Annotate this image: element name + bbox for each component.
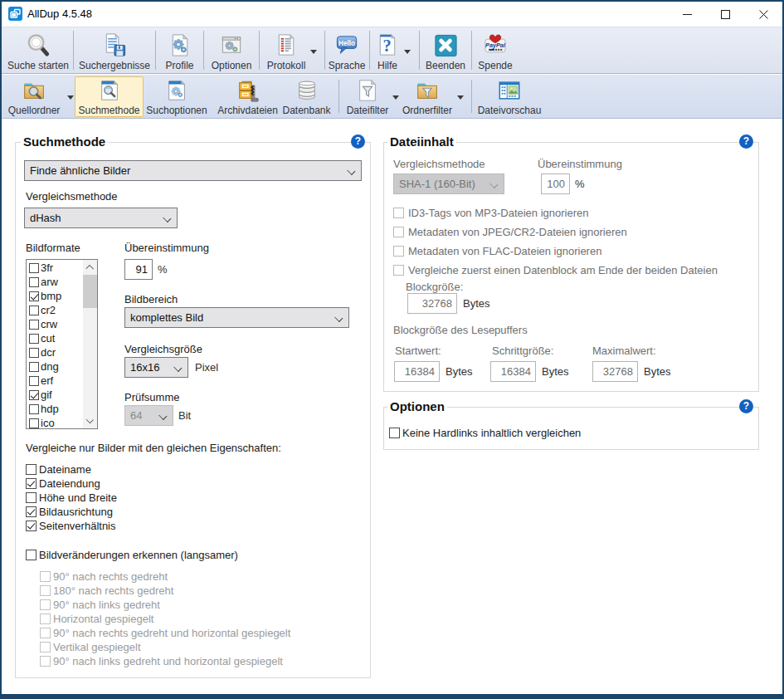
scroll-up-button[interactable] (83, 260, 97, 274)
chevron-down-icon (163, 215, 170, 222)
property-checkbox[interactable] (26, 521, 37, 531)
format-checkbox[interactable] (29, 263, 39, 273)
format-checkbox[interactable] (29, 277, 39, 287)
property-checkbox[interactable] (26, 506, 37, 517)
transform-option-checkbox (40, 585, 51, 596)
svg-text:?: ? (382, 37, 391, 55)
percent-suffix-label: % (158, 263, 168, 276)
minimize-icon (683, 10, 692, 19)
profiles-button[interactable]: Profile (156, 29, 203, 71)
help-button[interactable]: ? Hilfe (370, 29, 405, 71)
maximize-button[interactable] (706, 2, 744, 27)
match-percent-input[interactable]: 91 (124, 259, 153, 280)
options-help-icon[interactable]: ? (739, 399, 753, 413)
folder-filter-button[interactable]: Ordnerfilter (403, 76, 451, 116)
match-label: Übereinstimmung (124, 242, 209, 254)
search-results-button[interactable]: Suchergebnisse (75, 29, 154, 71)
search-options-button[interactable]: Suchoptionen (144, 76, 210, 116)
buffer-label: Blockgröße des Lesepuffers (393, 324, 528, 336)
content-area: Suchmethode ? Finde ähnliche Bilder Verg… (2, 119, 782, 694)
svg-text:Hello: Hello (338, 40, 355, 47)
format-item[interactable]: 3fr (27, 261, 61, 275)
start-bytes-label: Bytes (446, 365, 473, 378)
scroll-up-icon (87, 266, 93, 271)
transform-option-row: Horizontal gespiegelt (40, 612, 153, 625)
property-row[interactable]: Bildausrichtung (26, 505, 113, 518)
format-item[interactable]: crw (27, 317, 61, 331)
format-checkbox[interactable] (29, 320, 39, 330)
close-button[interactable] (744, 2, 782, 27)
format-item[interactable]: gif (27, 388, 61, 402)
property-row[interactable]: Seitenverhältnis (26, 519, 116, 532)
protocol-dropdown-arrow[interactable] (310, 50, 317, 54)
language-button[interactable]: Hello Sprache (325, 29, 368, 71)
search-method-help-icon[interactable]: ? (351, 134, 365, 149)
format-checkbox[interactable] (29, 390, 39, 400)
help-dropdown-arrow[interactable] (404, 50, 411, 54)
compare-size-select[interactable]: 16x16 (124, 357, 188, 378)
format-item[interactable]: ico (27, 416, 61, 430)
source-folders-dropdown-arrow[interactable] (67, 95, 74, 100)
property-row[interactable]: Dateiname (26, 462, 91, 476)
format-checkbox[interactable] (29, 418, 39, 428)
property-checkbox[interactable] (26, 492, 37, 503)
transform-detect-checkbox[interactable] (26, 550, 37, 560)
transform-detect-row[interactable]: Bildveränderungen erkennen (langsamer) (26, 548, 238, 561)
property-checkbox[interactable] (26, 464, 37, 475)
transform-option-checkbox (40, 571, 51, 582)
format-checkbox[interactable] (29, 306, 39, 315)
format-checkbox[interactable] (29, 334, 39, 344)
bit-suffix-label: Bit (178, 409, 191, 422)
transform-option-label: Vertikal gespiegelt (53, 641, 141, 653)
quit-button[interactable]: Beenden (420, 29, 471, 71)
file-content-help-icon[interactable]: ? (739, 134, 753, 149)
image-formats-listbox[interactable]: 3frarwbmpcr2crwcutdcrdngerfgifhdpico (26, 259, 98, 429)
format-item[interactable]: bmp (27, 289, 61, 303)
database-button[interactable]: Datenbank (284, 76, 329, 116)
format-item[interactable]: arw (27, 275, 61, 289)
format-checkbox[interactable] (29, 291, 39, 301)
format-item[interactable]: dcr (27, 345, 61, 359)
property-row[interactable]: Dateiendung (26, 477, 100, 490)
fc-compare-method-value: SHA-1 (160-Bit) (399, 178, 475, 190)
transform-option-label: 180° nach rechts gedreht (53, 584, 173, 597)
start-search-label: Suche starten (7, 60, 69, 71)
file-filter-button[interactable]: Dateifilter (345, 76, 390, 116)
format-item[interactable]: cut (27, 331, 61, 345)
format-item[interactable]: erf (27, 374, 61, 388)
file-preview-button[interactable]: Dateivorschau (475, 76, 544, 116)
start-search-button[interactable]: Suche starten (3, 29, 73, 71)
options-button[interactable]: Optionen (204, 29, 259, 71)
format-checkbox[interactable] (29, 362, 39, 372)
scrollbar-thumb[interactable] (83, 275, 97, 308)
options-icon (218, 32, 245, 58)
search-method-button[interactable]: Suchmethode (75, 76, 144, 116)
quit-icon (432, 32, 459, 58)
transform-option-row: 180° nach rechts gedreht (40, 584, 173, 597)
compare-method-select[interactable]: dHash (24, 208, 178, 228)
format-checkbox[interactable] (29, 376, 39, 386)
format-checkbox[interactable] (29, 348, 39, 358)
property-row[interactable]: Höhe und Breite (26, 491, 117, 504)
formats-scrollbar[interactable] (83, 260, 97, 428)
file-filter-dropdown-arrow[interactable] (392, 95, 399, 100)
format-item[interactable]: cr2 (27, 303, 61, 317)
hardlink-checkbox[interactable] (389, 428, 400, 438)
protocol-button[interactable]: Protokoll (260, 29, 313, 71)
method-select[interactable]: Finde ähnliche Bilder (24, 160, 362, 181)
chevron-down-icon (348, 168, 354, 174)
property-checkbox[interactable] (26, 478, 37, 489)
format-checkbox[interactable] (29, 404, 39, 414)
format-item[interactable]: dng (27, 359, 61, 374)
archive-files-button[interactable]: Archivdateien (212, 76, 284, 116)
donate-button[interactable]: PayPal Spende (472, 29, 519, 71)
format-item[interactable]: hdp (27, 402, 61, 416)
archive-files-icon (235, 78, 261, 103)
image-area-select[interactable]: komplettes Bild (124, 307, 349, 328)
hardlink-checkbox-row[interactable]: Keine Hardlinks inhaltlich vergleichen (389, 426, 581, 439)
scroll-down-button[interactable] (83, 414, 97, 428)
folder-filter-dropdown-arrow[interactable] (457, 95, 464, 100)
format-label: cut (41, 332, 55, 345)
minimize-button[interactable] (668, 2, 706, 27)
source-folders-button[interactable]: Quellordner (3, 76, 65, 116)
